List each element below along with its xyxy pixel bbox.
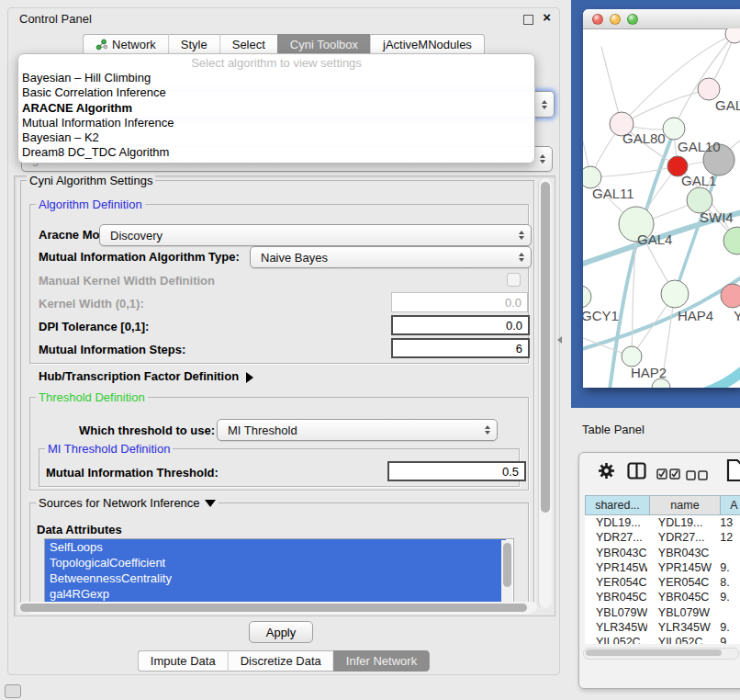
- settings-hscroll-thumb[interactable]: [20, 604, 527, 612]
- table-cell: 9.: [714, 620, 740, 635]
- close-icon[interactable]: ×: [543, 9, 551, 26]
- algorithm-option-basic-correlation-inference[interactable]: Basic Correlation Inference: [18, 85, 534, 100]
- cyni-algorithm-settings-title: Cyni Algorithm Settings: [27, 174, 155, 187]
- tab-network[interactable]: Network: [83, 34, 168, 55]
- network-node[interactable]: [723, 227, 740, 254]
- table-cell: YPR145W: [585, 560, 647, 575]
- mi-type-combobox[interactable]: Naive Bayes: [250, 246, 532, 268]
- which-threshold-combobox[interactable]: MI Threshold: [217, 419, 498, 441]
- network-edge[interactable]: [622, 89, 709, 124]
- table-cell: YDL19...: [647, 515, 714, 530]
- hub-definition-toggle[interactable]: Hub/Transcription Factor Definition: [39, 369, 253, 383]
- tab-discretize-data[interactable]: Discretize Data: [228, 650, 333, 672]
- tab-infer-network[interactable]: Infer Network: [333, 650, 430, 672]
- column-header-shared[interactable]: shared...: [585, 495, 650, 515]
- table-cell: YBR043C: [647, 546, 714, 560]
- tab-style[interactable]: Style: [168, 34, 219, 55]
- network-edge[interactable]: [691, 352, 740, 388]
- data-attributes-list[interactable]: SelfLoopsTopologicalCoefficientBetweenne…: [44, 538, 514, 604]
- mi-type-value: Naive Bayes: [261, 251, 328, 265]
- algorithm-popup-placeholder: Select algorithm to view settings: [18, 56, 534, 71]
- page-icon[interactable]: [726, 458, 740, 486]
- network-edge[interactable]: [590, 166, 678, 177]
- table-row[interactable]: YBR045CYBR045C9.: [585, 590, 740, 604]
- settings-vertical-scrollbar[interactable]: [538, 178, 552, 608]
- attribute-item-betweennesscentrality[interactable]: BetweennessCentrality: [45, 570, 506, 586]
- close-traffic-light[interactable]: [592, 14, 603, 25]
- zoom-traffic-light[interactable]: [627, 14, 638, 25]
- select-all-checkboxes-icon[interactable]: [656, 467, 680, 483]
- algorithm-option-dream8-dc-tdc-algorithm[interactable]: Dream8 DC_TDC Algorithm: [18, 145, 534, 160]
- table-row[interactable]: YBR043CYBR043C: [585, 546, 740, 560]
- table-row[interactable]: YDL19...YDL19...13: [585, 515, 740, 530]
- table-horizontal-scrollbar[interactable]: [583, 648, 739, 660]
- settings-vscroll-thumb[interactable]: [541, 182, 550, 513]
- tab-label: Network: [112, 38, 156, 51]
- table-row[interactable]: YPR145WYPR145W9.: [585, 560, 740, 575]
- which-threshold-label: Which threshold to use:: [79, 423, 215, 437]
- deselect-all-checkboxes-icon[interactable]: [686, 468, 708, 484]
- divider-collapse-icon[interactable]: [557, 336, 562, 344]
- tab-select[interactable]: Select: [219, 34, 277, 55]
- list-scrollbar-thumb[interactable]: [503, 543, 511, 587]
- network-window[interactable]: GALGAL80GAL10GAL1GAL11SWI4GAL4GCY1HAP4YH…: [583, 9, 740, 388]
- cp-tab-bar: NetworkStyleSelectCyni ToolboxjActiveMNo…: [83, 34, 485, 55]
- bottom-corner-icon[interactable]: [5, 684, 21, 698]
- gear-icon[interactable]: [598, 462, 615, 483]
- network-icon: [95, 39, 107, 51]
- network-node-label-gal80: GAL80: [622, 130, 666, 146]
- table-row[interactable]: YLR345WYLR345W9.: [585, 620, 740, 635]
- network-node[interactable]: [622, 346, 642, 367]
- network-node[interactable]: [583, 286, 591, 308]
- table-cell: YBL079W: [585, 605, 647, 620]
- apply-button[interactable]: Apply: [249, 621, 313, 643]
- dpi-tolerance-field[interactable]: 0.0: [391, 315, 530, 335]
- tab-label: Select: [232, 38, 265, 51]
- table-row[interactable]: YER054CYER054C8.: [585, 575, 740, 590]
- attribute-item-selfloops[interactable]: SelfLoops: [45, 539, 506, 555]
- table-hscroll-thumb[interactable]: [586, 649, 722, 656]
- column-header-a[interactable]: A: [721, 495, 740, 515]
- algorithm-option-mutual-information-inference[interactable]: Mutual Information Inference: [18, 116, 534, 130]
- manual-kernel-label: Manual Kernel Width Definition: [39, 274, 215, 288]
- manual-kernel-checkbox[interactable]: [507, 273, 521, 287]
- network-node[interactable]: [663, 118, 685, 140]
- list-scrollbar[interactable]: [501, 540, 512, 603]
- network-node[interactable]: [721, 284, 740, 308]
- table-row[interactable]: YDR27...YDR27...12: [585, 530, 740, 545]
- mi-steps-field[interactable]: 6: [391, 338, 530, 358]
- network-window-titlebar[interactable]: [583, 9, 740, 29]
- attribute-item-gal4rgexp[interactable]: gal4RGexp: [45, 586, 506, 602]
- aracne-mode-combobox[interactable]: Discovery: [99, 224, 532, 246]
- tab-jactivemnodules[interactable]: jActiveMNodules: [370, 34, 485, 55]
- settings-horizontal-scrollbar[interactable]: [17, 602, 537, 613]
- algorithm-option-bayesian-k2[interactable]: Bayesian – K2: [18, 130, 534, 145]
- table-cell: YIL052C: [647, 635, 714, 644]
- kernel-width-field[interactable]: 0.0: [391, 292, 528, 312]
- table-cell: 12: [714, 530, 740, 545]
- network-node[interactable]: [661, 280, 689, 308]
- tab-impute-data[interactable]: Impute Data: [138, 650, 228, 672]
- algorithm-option-bayesian-hill-climbing[interactable]: Bayesian – Hill Climbing: [18, 71, 534, 85]
- minimize-traffic-light[interactable]: [610, 14, 621, 25]
- columns-icon[interactable]: [627, 462, 646, 483]
- table-cell: 9.: [714, 635, 740, 644]
- combo-stepper-icon: [519, 253, 524, 262]
- network-node-label-gal10: GAL10: [678, 139, 721, 154]
- expand-arrow-icon: [246, 372, 253, 383]
- collapse-arrow-icon: [205, 500, 216, 507]
- network-node[interactable]: [725, 28, 740, 43]
- mi-threshold-field[interactable]: 0.5: [387, 461, 526, 481]
- column-header-name[interactable]: name: [650, 495, 721, 515]
- table-row[interactable]: YIL052CYIL052C9.: [585, 635, 740, 644]
- algorithm-option-aracne-algorithm[interactable]: ARACNE Algorithm: [18, 101, 534, 116]
- tab-cyni-toolbox[interactable]: Cyni Toolbox: [277, 34, 370, 55]
- network-node-label-hap4: HAP4: [678, 308, 713, 323]
- sources-group-title[interactable]: Sources for Network Inference: [36, 496, 219, 510]
- table-cell: YDR27...: [647, 530, 714, 545]
- cyni-settings-panel: Cyni Algorithm Settings Algorithm Defini…: [14, 175, 555, 616]
- attribute-item-topologicalcoefficient[interactable]: TopologicalCoefficient: [45, 555, 506, 570]
- network-edge[interactable]: [609, 131, 674, 388]
- table-row[interactable]: YBL079WYBL079W: [585, 605, 740, 620]
- float-window-icon[interactable]: [523, 15, 533, 25]
